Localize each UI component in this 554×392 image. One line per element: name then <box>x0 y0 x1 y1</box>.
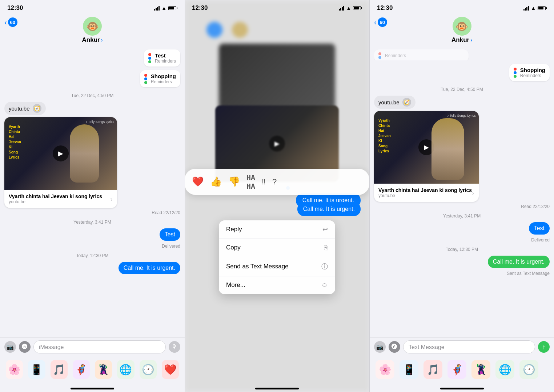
reaction-heart[interactable]: ❤️ <box>192 176 204 187</box>
right-battery-icon <box>538 6 547 10</box>
reminder-icon <box>148 53 151 63</box>
right-camera-button[interactable]: 📷 <box>374 341 386 353</box>
right-yt-link-text: youtu.be <box>378 99 400 105</box>
left-read-label: Read 22/12/20 <box>4 210 180 215</box>
right-video-title: Vyarth chinta hai Jeevan ki song lyrics <box>378 187 472 193</box>
right-send-button[interactable]: ↑ <box>538 341 550 353</box>
reaction-haha[interactable]: HAHA <box>246 173 255 191</box>
right-back-badge[interactable]: 60 <box>378 17 387 27</box>
middle-signal-icon <box>339 5 344 11</box>
dock-clock[interactable]: 🕐 <box>140 360 157 379</box>
yt-link-bubble[interactable]: youtu.be 🧭 <box>4 102 46 115</box>
left-input-bar: 📷 🅐 iMessage 🎙 <box>0 337 185 357</box>
right-reminder-partial: Reminders <box>374 49 469 60</box>
right-message-input[interactable]: Text Message <box>403 340 535 353</box>
video-card[interactable]: Vyarth Chinta Hai Jeevan Ki Song Lyrics … <box>4 117 117 208</box>
right-dock-photos[interactable]: 🌸 <box>376 360 394 379</box>
left-msg-urgent-bubble: Call me. It is urgent. <box>119 262 180 274</box>
left-msg-test-bubble: Test <box>160 228 180 241</box>
right-app-dock: 🌸 📱 🎵 🦸 🦹 🌐 🕐 <box>370 357 554 385</box>
right-dock-globe[interactable]: 🌐 <box>495 360 514 379</box>
dock-red[interactable]: ❤️ <box>162 360 179 379</box>
left-msg-test-status: Delivered <box>4 244 180 249</box>
right-wifi-icon: ▲ <box>531 5 536 11</box>
left-phone-panel: 12:30 ▲ ‹ 60 🐵 Ankur <box>0 0 185 392</box>
app-button[interactable]: 🅐 <box>19 341 31 353</box>
right-app-button[interactable]: 🅐 <box>389 341 400 353</box>
yt-link-text: youtu.be <box>9 105 30 112</box>
right-timestamp-3: Today, 12:30 PM <box>374 247 550 252</box>
right-dock-avatar1[interactable]: 🦸 <box>447 360 466 379</box>
right-timestamp-1: Tue, 22 Dec, 4:50 PM <box>374 87 550 92</box>
context-reply[interactable]: Reply ↩ <box>219 220 335 239</box>
middle-wifi-icon: ▲ <box>346 5 351 11</box>
right-yt-link-bubble[interactable]: youtu.be 🧭 <box>374 96 416 109</box>
right-nav-header: ‹ 60 🐵 Ankur › <box>370 15 554 47</box>
video-url: youtu.be <box>9 199 102 204</box>
reaction-question[interactable]: ? <box>272 177 277 187</box>
left-timestamp-1: Tue, 22 Dec, 4:50 PM <box>4 93 180 98</box>
dock-avatar2[interactable]: 🦹 <box>95 360 112 379</box>
right-contact-name[interactable]: Ankur › <box>451 36 472 44</box>
context-copy[interactable]: Copy ⎘ <box>219 239 335 257</box>
right-dock-clock[interactable]: 🕐 <box>519 360 538 379</box>
right-video-text-overlay: Vyarth Chinta Hai Jeevan Ki Song Lyrics <box>378 118 391 154</box>
left-back-button[interactable]: ‹ 60 <box>4 17 17 27</box>
right-video-card[interactable]: Vyarth Chinta Hai Jeevan Ki Song Lyrics … <box>374 111 479 202</box>
right-back-button[interactable]: ‹ 60 <box>374 17 387 27</box>
back-badge[interactable]: 60 <box>8 17 17 27</box>
contact-chevron-icon: › <box>101 37 103 43</box>
dock-globe[interactable]: 🌐 <box>117 360 134 379</box>
right-compass-icon: 🧭 <box>402 98 411 107</box>
middle-phone-panel: 12:30 ▲ ▶ <box>185 0 369 392</box>
right-status-time: 12:30 <box>377 4 393 12</box>
video-card-info: Vyarth chinta hai Jeevan ki song lyrics … <box>4 190 117 208</box>
signal-icon <box>154 5 160 11</box>
right-signal-icon <box>523 5 529 11</box>
left-message-input[interactable]: iMessage <box>33 340 166 353</box>
left-status-icons: ▲ <box>154 5 177 11</box>
reaction-thumbsdown[interactable]: 👎 <box>228 176 240 187</box>
right-shopping-reminder: Shopping Reminders <box>509 64 550 81</box>
wifi-icon: ▲ <box>161 5 166 11</box>
right-back-chevron-icon: ‹ <box>374 18 377 27</box>
left-app-dock: 🌸 📱 🎵 🦸 🦹 🌐 🕐 ❤️ <box>0 357 185 385</box>
right-msg-urgent-bubble: Call me. It is urgent. <box>488 256 550 268</box>
right-phone-panel: 12:30 ▲ ‹ 60 🐵 Ankur <box>369 0 554 392</box>
middle-home-bar <box>185 385 369 392</box>
right-shopping-sub: Reminders <box>520 73 545 78</box>
left-timestamp-3: Today, 12:30 PM <box>4 253 180 258</box>
middle-status-time: 12:30 <box>192 4 208 12</box>
play-button[interactable]: ▶ <box>53 145 69 161</box>
battery-icon <box>168 6 177 10</box>
compass-icon: 🧭 <box>33 104 41 113</box>
middle-bubble-display: Call me. It is urgent. <box>297 202 361 216</box>
left-nav-header: ‹ 60 🐵 Ankur › <box>0 15 185 47</box>
audio-button[interactable]: 🎙 <box>169 341 180 353</box>
middle-content: 12:30 ▲ ▶ <box>185 0 369 392</box>
reaction-exclaim[interactable]: ‼ <box>262 177 266 187</box>
right-status-icons: ▲ <box>523 5 547 11</box>
right-input-bar: 📷 🅐 Text Message ↑ <box>370 337 554 357</box>
reminder-shopping-icon <box>144 74 147 84</box>
context-send-as-text[interactable]: Send as Text Message ⓘ <box>219 257 335 276</box>
context-menu: Reply ↩ Copy ⎘ Send as Text Message ⓘ Mo… <box>219 220 335 294</box>
dock-photos[interactable]: 🌸 <box>6 360 23 379</box>
reminder-shopping-sub: Reminders <box>151 79 176 84</box>
right-reminder-sub: Reminders <box>385 53 406 58</box>
reaction-bar[interactable]: ❤️ 👍 👎 HAHA ‼ ? <box>185 169 369 195</box>
right-dock-avatar2[interactable]: 🦹 <box>471 360 490 379</box>
right-shopping-title: Shopping <box>520 67 545 73</box>
back-chevron-icon: ‹ <box>4 18 7 27</box>
dock-music[interactable]: 🎵 <box>51 360 68 379</box>
context-more[interactable]: More... ☺ <box>219 276 335 294</box>
middle-battery-icon <box>353 6 362 10</box>
right-dock-app-store[interactable]: 📱 <box>400 360 418 379</box>
reaction-thumbsup[interactable]: 👍 <box>210 176 222 187</box>
right-dock-music[interactable]: 🎵 <box>423 360 442 379</box>
dock-app-store[interactable]: 📱 <box>28 360 45 379</box>
left-contact-name[interactable]: Ankur › <box>82 36 103 44</box>
dock-avatar1[interactable]: 🦸 <box>73 360 90 379</box>
camera-button[interactable]: 📷 <box>4 341 16 353</box>
right-contact-avatar: 🐵 <box>453 17 471 36</box>
